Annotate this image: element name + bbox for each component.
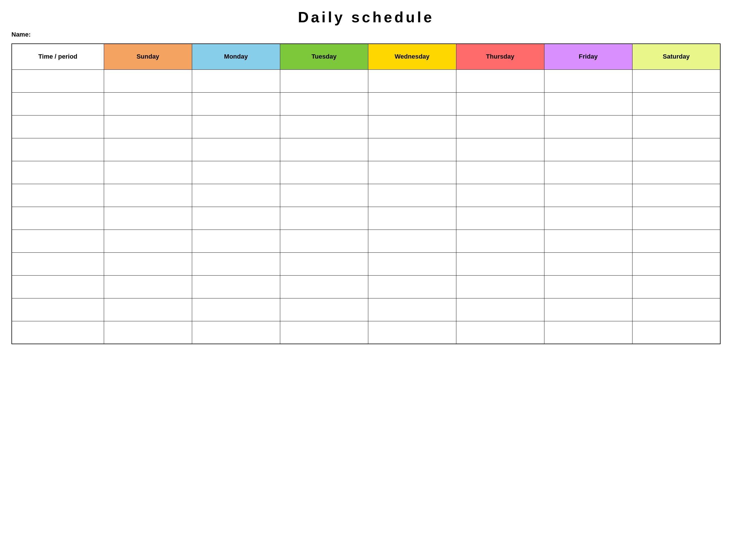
schedule-cell[interactable] [192,252,280,275]
time-cell[interactable] [12,207,104,230]
time-cell[interactable] [12,115,104,138]
time-cell[interactable] [12,69,104,92]
schedule-cell[interactable] [368,184,456,207]
schedule-cell[interactable] [368,298,456,321]
schedule-cell[interactable] [192,321,280,344]
schedule-cell[interactable] [456,69,544,92]
time-cell[interactable] [12,230,104,252]
schedule-cell[interactable] [192,230,280,252]
schedule-cell[interactable] [192,161,280,184]
schedule-cell[interactable] [280,69,368,92]
schedule-cell[interactable] [632,161,720,184]
schedule-cell[interactable] [192,115,280,138]
schedule-cell[interactable] [632,252,720,275]
schedule-cell[interactable] [368,230,456,252]
schedule-cell[interactable] [368,321,456,344]
name-label: Name: [11,31,721,38]
schedule-cell[interactable] [368,69,456,92]
schedule-cell[interactable] [368,275,456,298]
schedule-cell[interactable] [632,207,720,230]
schedule-cell[interactable] [632,230,720,252]
schedule-cell[interactable] [192,184,280,207]
schedule-cell[interactable] [544,69,632,92]
schedule-cell[interactable] [544,298,632,321]
schedule-cell[interactable] [280,115,368,138]
schedule-cell[interactable] [632,298,720,321]
schedule-cell[interactable] [104,138,192,161]
schedule-cell[interactable] [280,321,368,344]
schedule-cell[interactable] [456,321,544,344]
schedule-cell[interactable] [456,207,544,230]
time-cell[interactable] [12,252,104,275]
schedule-cell[interactable] [544,230,632,252]
schedule-cell[interactable] [544,252,632,275]
schedule-cell[interactable] [280,230,368,252]
schedule-cell[interactable] [104,161,192,184]
schedule-cell[interactable] [456,138,544,161]
schedule-cell[interactable] [368,252,456,275]
schedule-cell[interactable] [632,184,720,207]
schedule-cell[interactable] [192,275,280,298]
schedule-cell[interactable] [104,275,192,298]
schedule-cell[interactable] [632,275,720,298]
schedule-cell[interactable] [104,92,192,115]
schedule-cell[interactable] [456,92,544,115]
schedule-cell[interactable] [280,184,368,207]
schedule-cell[interactable] [280,161,368,184]
schedule-cell[interactable] [368,92,456,115]
schedule-cell[interactable] [456,298,544,321]
schedule-cell[interactable] [544,207,632,230]
schedule-cell[interactable] [104,115,192,138]
schedule-cell[interactable] [632,321,720,344]
schedule-cell[interactable] [192,69,280,92]
schedule-cell[interactable] [544,161,632,184]
schedule-cell[interactable] [456,115,544,138]
schedule-cell[interactable] [104,321,192,344]
schedule-cell[interactable] [368,115,456,138]
schedule-cell[interactable] [104,230,192,252]
schedule-cell[interactable] [632,115,720,138]
schedule-cell[interactable] [544,92,632,115]
schedule-cell[interactable] [192,207,280,230]
schedule-cell[interactable] [368,207,456,230]
schedule-cell[interactable] [280,92,368,115]
page-title: Daily schedule [11,9,721,26]
schedule-cell[interactable] [456,184,544,207]
schedule-cell[interactable] [104,69,192,92]
schedule-cell[interactable] [544,184,632,207]
table-row [12,115,720,138]
schedule-cell[interactable] [456,275,544,298]
schedule-cell[interactable] [456,230,544,252]
schedule-cell[interactable] [368,161,456,184]
schedule-cell[interactable] [280,275,368,298]
time-cell[interactable] [12,184,104,207]
schedule-cell[interactable] [544,275,632,298]
schedule-cell[interactable] [632,69,720,92]
schedule-cell[interactable] [544,321,632,344]
schedule-cell[interactable] [456,161,544,184]
time-cell[interactable] [12,138,104,161]
schedule-cell[interactable] [456,252,544,275]
schedule-cell[interactable] [544,138,632,161]
schedule-cell[interactable] [192,138,280,161]
schedule-cell[interactable] [104,298,192,321]
schedule-cell[interactable] [632,92,720,115]
table-row [12,298,720,321]
time-cell[interactable] [12,275,104,298]
schedule-cell[interactable] [104,252,192,275]
time-cell[interactable] [12,298,104,321]
schedule-cell[interactable] [280,252,368,275]
schedule-cell[interactable] [280,298,368,321]
time-cell[interactable] [12,161,104,184]
schedule-cell[interactable] [632,138,720,161]
schedule-cell[interactable] [104,207,192,230]
schedule-cell[interactable] [368,138,456,161]
schedule-cell[interactable] [192,92,280,115]
time-cell[interactable] [12,321,104,344]
schedule-cell[interactable] [192,298,280,321]
schedule-cell[interactable] [104,184,192,207]
schedule-cell[interactable] [544,115,632,138]
time-cell[interactable] [12,92,104,115]
schedule-cell[interactable] [280,207,368,230]
schedule-cell[interactable] [280,138,368,161]
